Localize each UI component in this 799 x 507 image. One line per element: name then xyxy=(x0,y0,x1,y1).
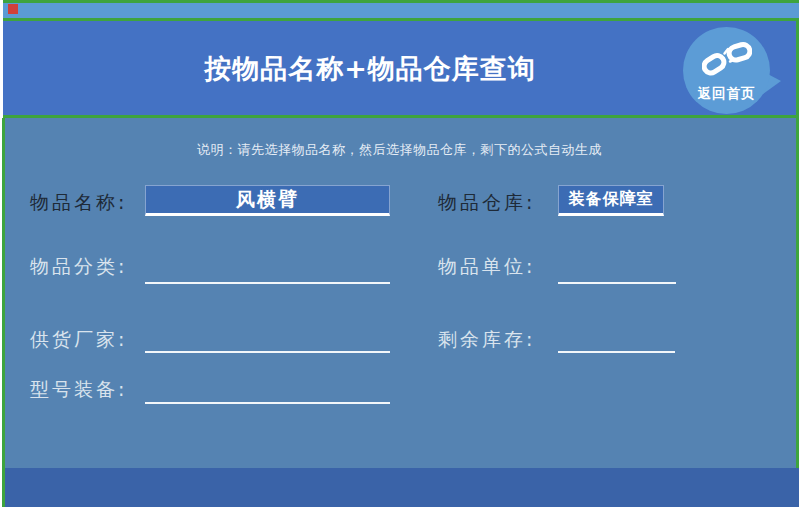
remaining-stock-label: 剩余库存: xyxy=(438,327,535,353)
item-unit-output xyxy=(558,260,676,284)
model-equipment-label: 型号装备: xyxy=(30,377,127,403)
instruction-note: 说明：请先选择物品名称，然后选择物品仓库，剩下的公式自动生成 xyxy=(3,141,796,159)
red-marker xyxy=(8,4,18,14)
top-strip xyxy=(3,0,799,21)
query-form-window: 按物品名称+物品仓库查询 返回首页 说明：请先选择物品名称，然后选择物品仓库，剩… xyxy=(0,0,799,507)
item-warehouse-select[interactable]: 装备保障室 xyxy=(558,185,664,216)
left-green-border xyxy=(2,118,5,507)
remaining-stock-output xyxy=(558,329,675,353)
home-button-label: 返回首页 xyxy=(698,85,756,103)
chain-link-icon xyxy=(702,40,752,82)
item-name-label: 物品名称: xyxy=(30,190,127,216)
supplier-output xyxy=(145,329,390,353)
item-unit-label: 物品单位: xyxy=(438,254,535,280)
form-body xyxy=(5,118,796,468)
item-name-select[interactable]: 风横臂 xyxy=(145,185,390,216)
home-button[interactable]: 返回首页 xyxy=(683,27,770,114)
item-category-label: 物品分类: xyxy=(30,254,127,280)
page-title: 按物品名称+物品仓库查询 xyxy=(0,51,740,87)
item-warehouse-label: 物品仓库: xyxy=(438,190,535,216)
footer-band xyxy=(5,468,799,507)
model-equipment-output xyxy=(145,380,390,404)
supplier-label: 供货厂家: xyxy=(30,327,127,353)
item-category-output xyxy=(145,260,390,284)
